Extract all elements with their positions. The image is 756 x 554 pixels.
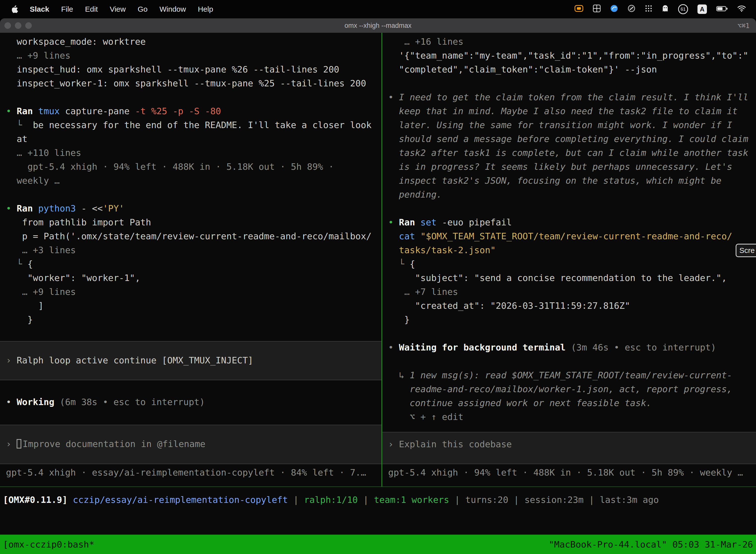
window-grid-icon[interactable] bbox=[593, 4, 601, 14]
text-run: • bbox=[388, 217, 399, 227]
text-run: • bbox=[388, 92, 399, 102]
menu-edit[interactable]: Edit bbox=[79, 5, 104, 13]
text-run: | bbox=[508, 495, 524, 505]
text-run: session:23m bbox=[524, 495, 583, 505]
text-run: p = Path('.omx/state/team/review-current… bbox=[6, 231, 372, 241]
text-run: … +3 lines bbox=[6, 245, 76, 255]
text-run: … +9 lines bbox=[6, 287, 76, 297]
text-run: cat bbox=[399, 231, 421, 241]
screen-recording-indicator-icon[interactable] bbox=[574, 5, 583, 14]
left-prompt-input[interactable]: › Improve documentation in @filename bbox=[0, 425, 381, 464]
menu-bar-status-items: 61 A bbox=[574, 4, 750, 14]
terminal: workspace_mode: worktree … +9 lines insp… bbox=[0, 33, 756, 554]
right-prompt-input[interactable]: › Explain this codebase bbox=[382, 432, 756, 464]
terminal-line: • Working (6m 38s • esc to interrupt) bbox=[6, 395, 381, 409]
text-run: └ bbox=[388, 259, 410, 269]
apple-menu[interactable] bbox=[6, 5, 24, 13]
text-run: | bbox=[358, 495, 374, 505]
text-run: › bbox=[388, 439, 399, 449]
text-run: Working bbox=[17, 397, 60, 407]
menu-help[interactable]: Help bbox=[192, 5, 219, 13]
terminal-line: gpt-5.4 xhigh · essay/ai-reimplementatio… bbox=[6, 466, 381, 480]
text-run: turns:20 bbox=[465, 495, 508, 505]
terminal-line: is in progress? It seems likely but perh… bbox=[388, 160, 756, 174]
menu-view[interactable]: View bbox=[104, 5, 131, 13]
text-run: Improve documentation in @filename bbox=[22, 439, 205, 449]
terminal-line: weekly … bbox=[6, 174, 381, 188]
text-run: -euo pipefail bbox=[442, 217, 512, 227]
text-run bbox=[388, 245, 399, 255]
text-run bbox=[388, 231, 399, 241]
text-run: last:3m ago bbox=[600, 495, 659, 505]
text-run: • bbox=[6, 203, 17, 214]
dots-grid-icon[interactable] bbox=[645, 5, 652, 14]
wifi-icon[interactable] bbox=[737, 5, 746, 14]
text-run: at bbox=[6, 134, 27, 144]
terminal-line: "subject": "send a concise recommendatio… bbox=[388, 271, 756, 285]
text-run: readme-and-reco/mailbox/worker-1.json, a… bbox=[388, 384, 732, 394]
text-run: later. Using the same for transition mig… bbox=[388, 120, 732, 130]
text-run: … +16 lines bbox=[388, 37, 463, 47]
tmux-pane-right: … +16 lines '{"team_name":"my-team","tas… bbox=[382, 33, 756, 487]
window-shortcut-hint: ⌥⌘1 bbox=[737, 22, 756, 30]
text-run: [OMX#0.11.9] bbox=[3, 495, 73, 505]
terminal-line: inspect task2's JSON, focusing on the st… bbox=[388, 174, 756, 188]
terminal-line: at bbox=[6, 132, 381, 146]
right-status-line: gpt-5.4 xhigh · 94% left · 488K in · 5.1… bbox=[382, 464, 756, 487]
battery-percentage-badge[interactable]: 61 bbox=[678, 4, 688, 14]
text-run: } bbox=[6, 315, 33, 325]
left-pane-output[interactable]: workspace_mode: worktree … +9 lines insp… bbox=[0, 33, 381, 341]
input-source-icon[interactable]: A bbox=[697, 4, 707, 14]
text-run: { bbox=[410, 259, 415, 269]
ghost-icon[interactable] bbox=[662, 5, 669, 14]
terminal-line: … +9 lines bbox=[6, 49, 381, 63]
text-run: capture-pane bbox=[65, 106, 135, 116]
terminal-line: keep that in mind. Maybe I also need the… bbox=[388, 104, 756, 118]
menu-go[interactable]: Go bbox=[132, 5, 153, 13]
text-run: -t %25 -p -S -80 bbox=[135, 106, 221, 116]
terminal-line bbox=[388, 354, 756, 368]
text-run: (6m 38s • esc to interrupt) bbox=[60, 397, 205, 407]
tmux-host-time: "MacBook-Pro-44.local" 05:03 31-Mar-26 bbox=[549, 539, 753, 550]
menu-bar: Slack File Edit View Go Window Help bbox=[0, 0, 756, 18]
text-run: gpt-5.4 xhigh · 94% left · 488K in · 5.1… bbox=[6, 162, 334, 172]
window-title-bar: omx --xhigh --madmax ⌥⌘1 bbox=[0, 18, 756, 33]
text-run: | bbox=[288, 495, 304, 505]
right-pane-output[interactable]: … +16 lines '{"team_name":"my-team","tas… bbox=[382, 33, 756, 432]
menu-file[interactable]: File bbox=[55, 5, 79, 13]
text-run: I need to get the claim token from the c… bbox=[399, 92, 748, 102]
tmux-panes: workspace_mode: worktree … +9 lines insp… bbox=[0, 33, 756, 487]
terminal-line: should send a message before completing … bbox=[388, 132, 756, 146]
terminal-line: … +9 lines bbox=[6, 285, 381, 299]
apple-icon bbox=[12, 5, 18, 13]
text-run: Ran bbox=[399, 217, 421, 227]
text-run: … +9 lines bbox=[6, 50, 70, 61]
text-run: } bbox=[388, 315, 410, 325]
dark-app-icon[interactable] bbox=[628, 4, 635, 14]
text-run: • bbox=[388, 342, 399, 352]
battery-icon[interactable] bbox=[716, 5, 728, 13]
terminal-line: └ be necessary for the end of the README… bbox=[6, 118, 381, 132]
terminal-line: '{"team_name":"my-team","task_id":"1","f… bbox=[388, 49, 756, 63]
menu-window[interactable]: Window bbox=[153, 5, 192, 13]
omx-hud-line: [OMX#0.11.9] cczip/essay/ai-reimplementa… bbox=[0, 487, 756, 535]
terminal-line: • I need to get the claim token from the… bbox=[388, 90, 756, 104]
terminal-line: ↳ 1 new msg(s): read $OMX_TEAM_STATE_ROO… bbox=[388, 368, 756, 382]
text-cursor bbox=[17, 439, 21, 448]
blue-app-icon[interactable] bbox=[610, 4, 618, 14]
terminal-line: • Ran python3 - <<'PY' bbox=[6, 202, 381, 215]
text-run: "created_at": "2026-03-31T11:59:27.816Z" bbox=[388, 300, 630, 311]
desktop: Slack File Edit View Go Window Help bbox=[0, 0, 756, 554]
text-run: 1 new msg(s): read $OMX_TEAM_STATE_ROOT/… bbox=[410, 370, 732, 380]
text-run: Waiting for background terminal bbox=[399, 342, 571, 352]
terminal-line: "worker": "worker-1", bbox=[6, 271, 381, 285]
text-run: - << bbox=[81, 203, 103, 214]
text-run: Ralph loop active continue [OMX_TMUX_INJ… bbox=[17, 355, 253, 365]
app-menu-slack[interactable]: Slack bbox=[24, 5, 55, 13]
text-run: └ bbox=[6, 120, 33, 130]
tmux-session-label: [omx-cczip0:bash* bbox=[3, 539, 94, 550]
screen-share-chip[interactable]: Scre bbox=[736, 244, 756, 257]
text-run: 'PY' bbox=[103, 203, 124, 214]
text-run: { bbox=[27, 259, 33, 269]
terminal-line: › Improve documentation in @filename bbox=[6, 437, 381, 451]
